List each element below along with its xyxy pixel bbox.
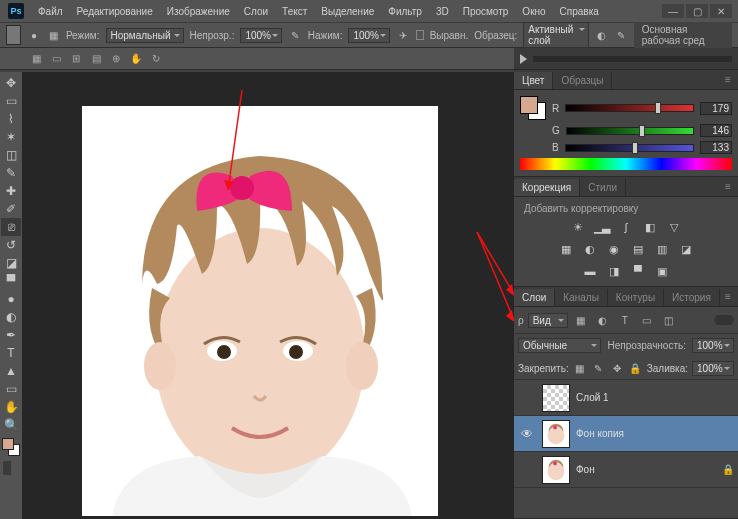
guides-icon[interactable]: ▤ bbox=[88, 51, 104, 67]
g-slider[interactable] bbox=[566, 127, 694, 135]
type-tool[interactable]: T bbox=[1, 344, 21, 362]
zoom-icon[interactable]: ⊕ bbox=[108, 51, 124, 67]
g-value[interactable]: 146 bbox=[700, 124, 732, 137]
b-value[interactable]: 133 bbox=[700, 141, 732, 154]
layer-row[interactable]: Фон 🔒 bbox=[514, 452, 738, 488]
path-select-tool[interactable]: ▲ bbox=[1, 362, 21, 380]
adj-hue-icon[interactable]: ▦ bbox=[556, 240, 576, 258]
layer-filter-kind[interactable]: Вид bbox=[528, 313, 568, 328]
arrange-icon[interactable]: ▦ bbox=[28, 51, 44, 67]
flow-picker[interactable]: 100% bbox=[348, 28, 390, 43]
menu-type[interactable]: Текст bbox=[282, 6, 307, 17]
color-spectrum[interactable] bbox=[520, 158, 732, 170]
adj-bw-icon[interactable]: ◐ bbox=[580, 240, 600, 258]
menu-3d[interactable]: 3D bbox=[436, 6, 449, 17]
layer-name[interactable]: Фон bbox=[576, 464, 595, 475]
adj-threshold-icon[interactable]: ◨ bbox=[604, 262, 624, 280]
blur-tool[interactable]: ● bbox=[1, 290, 21, 308]
layer-fill[interactable]: 100% bbox=[692, 361, 734, 376]
pen-tool[interactable]: ✒ bbox=[1, 326, 21, 344]
hand-icon[interactable]: ✋ bbox=[128, 51, 144, 67]
layer-name[interactable]: Фон копия bbox=[576, 428, 624, 439]
lock-position-icon[interactable]: ✥ bbox=[610, 359, 625, 377]
layer-row[interactable]: Слой 1 bbox=[514, 380, 738, 416]
marquee-tool[interactable]: ▭ bbox=[1, 92, 21, 110]
airbrush-icon[interactable]: ✈ bbox=[396, 26, 409, 44]
filter-toggle[interactable] bbox=[714, 315, 734, 325]
lock-pixels-icon[interactable]: ✎ bbox=[591, 359, 606, 377]
tab-paths[interactable]: Контуры bbox=[608, 289, 664, 306]
menu-select[interactable]: Выделение bbox=[321, 6, 374, 17]
tab-swatches[interactable]: Образцы bbox=[553, 72, 612, 89]
window-close[interactable]: ✕ bbox=[710, 4, 732, 18]
eyedropper-tool[interactable]: ✎ bbox=[1, 164, 21, 182]
tab-channels[interactable]: Каналы bbox=[555, 289, 608, 306]
menu-edit[interactable]: Редактирование bbox=[77, 6, 153, 17]
opacity-picker[interactable]: 100% bbox=[240, 28, 282, 43]
menu-help[interactable]: Справка bbox=[560, 6, 599, 17]
adj-gradmap-icon[interactable]: ▀ bbox=[628, 262, 648, 280]
mode-dropdown[interactable]: Нормальный bbox=[106, 28, 184, 43]
screen-mode-icon[interactable]: ▭ bbox=[48, 51, 64, 67]
quickmask-toggle[interactable] bbox=[2, 460, 20, 476]
tab-history[interactable]: История bbox=[664, 289, 720, 306]
crop-tool[interactable]: ◫ bbox=[1, 146, 21, 164]
timeline-track[interactable] bbox=[533, 56, 732, 62]
shape-tool[interactable]: ▭ bbox=[1, 380, 21, 398]
clone-stamp-tool[interactable]: ⎚ bbox=[1, 218, 21, 236]
panel-menu-icon[interactable]: ≡ bbox=[722, 73, 734, 85]
lock-all-icon[interactable]: 🔒 bbox=[628, 359, 643, 377]
extras-icon[interactable]: ⊞ bbox=[68, 51, 84, 67]
move-tool[interactable]: ✥ bbox=[1, 74, 21, 92]
color-swatch[interactable] bbox=[520, 96, 546, 120]
canvas[interactable] bbox=[82, 106, 438, 516]
gradient-tool[interactable]: ▀ bbox=[1, 272, 21, 290]
menu-file[interactable]: Файл bbox=[38, 6, 63, 17]
brush-tool[interactable]: ✐ bbox=[1, 200, 21, 218]
quick-select-tool[interactable]: ✶ bbox=[1, 128, 21, 146]
layer-opacity[interactable]: 100% bbox=[692, 338, 734, 353]
pressure-opacity-icon[interactable]: ✎ bbox=[288, 26, 301, 44]
r-value[interactable]: 179 bbox=[700, 102, 732, 115]
adj-levels-icon[interactable]: ▁▃ bbox=[592, 218, 612, 236]
filter-pixel-icon[interactable]: ▦ bbox=[572, 311, 590, 329]
adj-brightness-icon[interactable]: ☀ bbox=[568, 218, 588, 236]
filter-type-icon[interactable]: T bbox=[616, 311, 634, 329]
workspace-picker[interactable]: Основная рабочая сред bbox=[634, 22, 732, 48]
adj-lookup-icon[interactable]: ▥ bbox=[652, 240, 672, 258]
tool-preset-thumb[interactable] bbox=[6, 25, 21, 45]
brush-panel-toggle[interactable]: ▦ bbox=[47, 26, 60, 44]
visibility-toggle[interactable] bbox=[518, 461, 536, 479]
filter-shape-icon[interactable]: ▭ bbox=[638, 311, 656, 329]
adj-selective-icon[interactable]: ▣ bbox=[652, 262, 672, 280]
layer-row[interactable]: 👁 Фон копия bbox=[514, 416, 738, 452]
tab-adjustments[interactable]: Коррекция bbox=[514, 179, 580, 196]
menu-image[interactable]: Изображение bbox=[167, 6, 230, 17]
eraser-tool[interactable]: ◪ bbox=[1, 254, 21, 272]
adj-exposure-icon[interactable]: ◧ bbox=[640, 218, 660, 236]
dodge-tool[interactable]: ◐ bbox=[1, 308, 21, 326]
adj-photo-filter-icon[interactable]: ◉ bbox=[604, 240, 624, 258]
ignore-adj-icon[interactable]: ◐ bbox=[595, 26, 608, 44]
adj-posterize-icon[interactable]: ▬ bbox=[580, 262, 600, 280]
play-icon[interactable] bbox=[520, 54, 527, 64]
zoom-tool[interactable]: 🔍 bbox=[1, 416, 21, 434]
filter-adj-icon[interactable]: ◐ bbox=[594, 311, 612, 329]
tab-layers[interactable]: Слои bbox=[514, 289, 555, 306]
panel-menu-icon[interactable]: ≡ bbox=[722, 180, 734, 192]
lock-transparent-icon[interactable]: ▦ bbox=[573, 359, 588, 377]
menu-view[interactable]: Просмотр bbox=[463, 6, 509, 17]
r-slider[interactable] bbox=[565, 104, 694, 112]
brush-preset-picker[interactable]: ● bbox=[27, 26, 40, 44]
adj-vibrance-icon[interactable]: ▽ bbox=[664, 218, 684, 236]
visibility-toggle[interactable]: 👁 bbox=[518, 425, 536, 443]
menu-window[interactable]: Окно bbox=[522, 6, 545, 17]
sample-dropdown[interactable]: Активный слой bbox=[523, 22, 589, 48]
adj-curves-icon[interactable]: ∫ bbox=[616, 218, 636, 236]
blend-mode-dropdown[interactable]: Обычные bbox=[518, 338, 601, 353]
tab-color[interactable]: Цвет bbox=[514, 72, 553, 89]
panel-menu-icon[interactable]: ≡ bbox=[722, 290, 734, 302]
tab-styles[interactable]: Стили bbox=[580, 179, 626, 196]
menu-filter[interactable]: Фильтр bbox=[388, 6, 422, 17]
history-brush-tool[interactable]: ↺ bbox=[1, 236, 21, 254]
